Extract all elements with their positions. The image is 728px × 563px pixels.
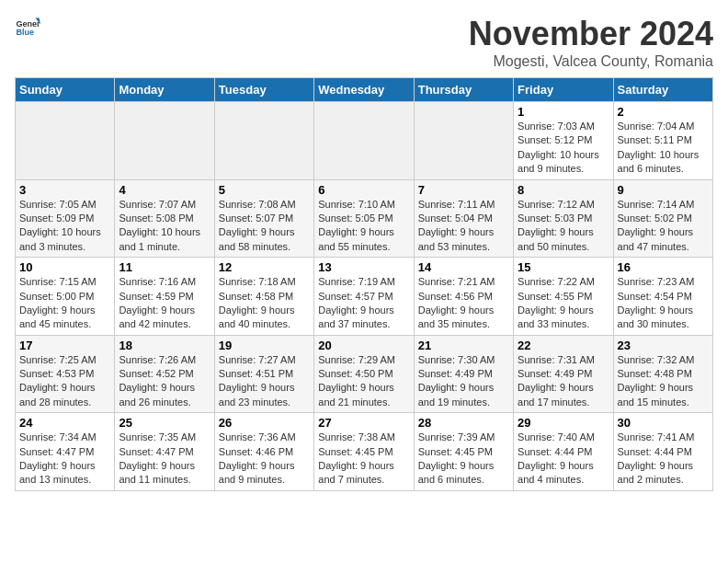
day-info: Sunrise: 7:21 AM Sunset: 4:56 PM Dayligh… (418, 275, 509, 332)
calendar-cell (314, 102, 414, 180)
day-info: Sunrise: 7:05 AM Sunset: 5:09 PM Dayligh… (19, 198, 110, 255)
calendar-cell: 20Sunrise: 7:29 AM Sunset: 4:50 PM Dayli… (314, 335, 414, 413)
weekday-header-monday: Monday (115, 78, 214, 102)
calendar-week-1: 1Sunrise: 7:03 AM Sunset: 5:12 PM Daylig… (16, 102, 713, 180)
day-number: 29 (518, 416, 609, 430)
svg-text:Blue: Blue (16, 28, 34, 37)
day-number: 22 (518, 339, 609, 352)
day-info: Sunrise: 7:40 AM Sunset: 4:44 PM Dayligh… (518, 431, 609, 488)
day-number: 16 (618, 260, 709, 274)
day-info: Sunrise: 7:35 AM Sunset: 4:47 PM Dayligh… (119, 431, 210, 488)
calendar-cell: 12Sunrise: 7:18 AM Sunset: 4:58 PM Dayli… (214, 258, 313, 336)
day-number: 3 (19, 183, 110, 197)
day-info: Sunrise: 7:18 AM Sunset: 4:58 PM Dayligh… (219, 275, 310, 332)
title-block: November 2024 Mogesti, Valcea County, Ro… (469, 15, 713, 70)
calendar-week-4: 17Sunrise: 7:25 AM Sunset: 4:53 PM Dayli… (16, 335, 713, 413)
day-info: Sunrise: 7:03 AM Sunset: 5:12 PM Dayligh… (518, 120, 609, 177)
day-number: 12 (219, 260, 310, 274)
calendar-cell (16, 102, 115, 180)
calendar-cell: 10Sunrise: 7:15 AM Sunset: 5:00 PM Dayli… (16, 258, 115, 336)
day-number: 9 (618, 183, 709, 197)
day-number: 21 (418, 339, 509, 352)
calendar-cell: 13Sunrise: 7:19 AM Sunset: 4:57 PM Dayli… (314, 258, 414, 336)
weekday-header-row: SundayMondayTuesdayWednesdayThursdayFrid… (16, 78, 713, 102)
day-info: Sunrise: 7:22 AM Sunset: 4:55 PM Dayligh… (518, 275, 609, 332)
day-info: Sunrise: 7:14 AM Sunset: 5:02 PM Dayligh… (618, 198, 709, 255)
calendar-cell: 22Sunrise: 7:31 AM Sunset: 4:49 PM Dayli… (514, 335, 613, 413)
calendar-cell: 11Sunrise: 7:16 AM Sunset: 4:59 PM Dayli… (115, 258, 214, 336)
calendar-cell: 6Sunrise: 7:10 AM Sunset: 5:05 PM Daylig… (314, 179, 414, 258)
calendar-cell: 26Sunrise: 7:36 AM Sunset: 4:46 PM Dayli… (214, 413, 313, 491)
day-number: 24 (19, 416, 110, 430)
calendar-cell: 29Sunrise: 7:40 AM Sunset: 4:44 PM Dayli… (514, 413, 613, 491)
day-number: 23 (618, 339, 709, 352)
day-number: 4 (119, 183, 210, 197)
day-number: 19 (219, 339, 310, 352)
calendar-cell: 7Sunrise: 7:11 AM Sunset: 5:04 PM Daylig… (414, 179, 513, 258)
calendar-cell: 28Sunrise: 7:39 AM Sunset: 4:45 PM Dayli… (414, 413, 513, 491)
calendar-cell (115, 102, 214, 180)
day-info: Sunrise: 7:25 AM Sunset: 4:53 PM Dayligh… (19, 353, 110, 410)
day-number: 17 (19, 339, 110, 352)
day-info: Sunrise: 7:30 AM Sunset: 4:49 PM Dayligh… (418, 353, 509, 410)
calendar-cell: 23Sunrise: 7:32 AM Sunset: 4:48 PM Dayli… (613, 335, 712, 413)
calendar-week-3: 10Sunrise: 7:15 AM Sunset: 5:00 PM Dayli… (16, 258, 713, 336)
day-number: 30 (618, 416, 709, 430)
day-info: Sunrise: 7:23 AM Sunset: 4:54 PM Dayligh… (618, 275, 709, 332)
day-info: Sunrise: 7:15 AM Sunset: 5:00 PM Dayligh… (19, 275, 110, 332)
calendar-cell: 30Sunrise: 7:41 AM Sunset: 4:44 PM Dayli… (613, 413, 712, 491)
calendar-week-2: 3Sunrise: 7:05 AM Sunset: 5:09 PM Daylig… (16, 179, 713, 258)
logo: General Blue (15, 15, 40, 40)
calendar-cell (414, 102, 513, 180)
day-number: 13 (318, 260, 409, 274)
day-info: Sunrise: 7:12 AM Sunset: 5:03 PM Dayligh… (518, 198, 609, 255)
svg-text:General: General (16, 19, 40, 29)
day-info: Sunrise: 7:34 AM Sunset: 4:47 PM Dayligh… (19, 431, 110, 488)
day-number: 14 (418, 260, 509, 274)
weekday-header-wednesday: Wednesday (314, 78, 414, 102)
day-info: Sunrise: 7:26 AM Sunset: 4:52 PM Dayligh… (119, 353, 210, 410)
logo-icon: General Blue (15, 15, 40, 40)
calendar-cell: 25Sunrise: 7:35 AM Sunset: 4:47 PM Dayli… (115, 413, 214, 491)
day-number: 2 (618, 105, 709, 119)
weekday-header-thursday: Thursday (414, 78, 513, 102)
day-number: 7 (418, 183, 509, 197)
day-info: Sunrise: 7:38 AM Sunset: 4:45 PM Dayligh… (318, 431, 409, 488)
calendar-table: SundayMondayTuesdayWednesdayThursdayFrid… (15, 77, 713, 491)
weekday-header-saturday: Saturday (613, 78, 712, 102)
calendar-cell: 3Sunrise: 7:05 AM Sunset: 5:09 PM Daylig… (16, 179, 115, 258)
weekday-header-friday: Friday (514, 78, 613, 102)
day-number: 8 (518, 183, 609, 197)
calendar-cell: 4Sunrise: 7:07 AM Sunset: 5:08 PM Daylig… (115, 179, 214, 258)
day-number: 20 (318, 339, 409, 352)
day-number: 15 (518, 260, 609, 274)
day-number: 28 (418, 416, 509, 430)
calendar-cell: 16Sunrise: 7:23 AM Sunset: 4:54 PM Dayli… (613, 258, 712, 336)
day-info: Sunrise: 7:31 AM Sunset: 4:49 PM Dayligh… (518, 353, 609, 410)
weekday-header-tuesday: Tuesday (214, 78, 313, 102)
calendar-cell: 14Sunrise: 7:21 AM Sunset: 4:56 PM Dayli… (414, 258, 513, 336)
day-info: Sunrise: 7:41 AM Sunset: 4:44 PM Dayligh… (618, 431, 709, 488)
calendar-week-5: 24Sunrise: 7:34 AM Sunset: 4:47 PM Dayli… (16, 413, 713, 491)
day-number: 18 (119, 339, 210, 352)
day-info: Sunrise: 7:08 AM Sunset: 5:07 PM Dayligh… (219, 198, 310, 255)
day-info: Sunrise: 7:04 AM Sunset: 5:11 PM Dayligh… (618, 120, 709, 177)
page-header: General Blue November 2024 Mogesti, Valc… (15, 15, 713, 70)
calendar-cell: 18Sunrise: 7:26 AM Sunset: 4:52 PM Dayli… (115, 335, 214, 413)
day-number: 11 (119, 260, 210, 274)
day-info: Sunrise: 7:32 AM Sunset: 4:48 PM Dayligh… (618, 353, 709, 410)
day-info: Sunrise: 7:36 AM Sunset: 4:46 PM Dayligh… (219, 431, 310, 488)
day-number: 26 (219, 416, 310, 430)
day-number: 5 (219, 183, 310, 197)
day-info: Sunrise: 7:39 AM Sunset: 4:45 PM Dayligh… (418, 431, 509, 488)
calendar-cell: 27Sunrise: 7:38 AM Sunset: 4:45 PM Dayli… (314, 413, 414, 491)
day-info: Sunrise: 7:27 AM Sunset: 4:51 PM Dayligh… (219, 353, 310, 410)
calendar-cell: 2Sunrise: 7:04 AM Sunset: 5:11 PM Daylig… (613, 102, 712, 180)
day-number: 27 (318, 416, 409, 430)
calendar-cell (214, 102, 313, 180)
day-number: 10 (19, 260, 110, 274)
day-number: 6 (318, 183, 409, 197)
day-info: Sunrise: 7:29 AM Sunset: 4:50 PM Dayligh… (318, 353, 409, 410)
location: Mogesti, Valcea County, Romania (469, 53, 713, 70)
day-info: Sunrise: 7:07 AM Sunset: 5:08 PM Dayligh… (119, 198, 210, 255)
